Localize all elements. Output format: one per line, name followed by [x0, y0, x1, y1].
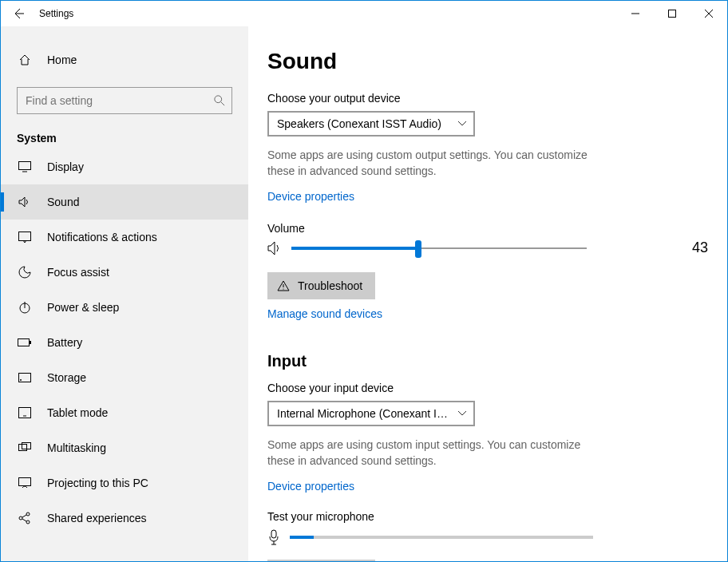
sidebar-item-label: Projecting to this PC [47, 477, 148, 489]
svg-rect-17 [19, 445, 27, 451]
microphone-icon [267, 529, 280, 545]
svg-point-26 [283, 289, 283, 290]
mic-level-fill [290, 536, 314, 539]
svg-rect-27 [271, 530, 276, 538]
sidebar-home-label: Home [47, 53, 77, 66]
sidebar-item-notifications[interactable]: Notifications & actions [1, 220, 248, 255]
output-device-dropdown[interactable]: Speakers (Conexant ISST Audio) [267, 111, 475, 137]
input-troubleshoot-button[interactable]: Troubleshoot [267, 560, 375, 561]
sidebar-item-power-sleep[interactable]: Power & sleep [1, 290, 248, 325]
back-arrow-icon [12, 7, 25, 20]
svg-line-23 [22, 515, 26, 517]
projecting-icon [17, 477, 33, 489]
sidebar-item-sound[interactable]: Sound [1, 184, 248, 220]
output-troubleshoot-button[interactable]: Troubleshoot [267, 272, 375, 299]
volume-value: 43 [692, 239, 708, 256]
speaker-icon [267, 241, 283, 255]
sidebar-item-label: Tablet mode [47, 406, 108, 419]
titlebar: Settings [1, 1, 727, 26]
multitasking-icon [17, 442, 33, 453]
sidebar-item-storage[interactable]: Storage [1, 360, 248, 395]
sidebar-item-display[interactable]: Display [1, 149, 248, 184]
svg-point-21 [26, 513, 30, 516]
svg-point-20 [19, 516, 22, 520]
input-choose-label: Choose your input device [267, 382, 708, 394]
search-input[interactable] [24, 93, 214, 108]
home-icon [17, 53, 33, 66]
sidebar-item-shared-experiences[interactable]: Shared experiences [1, 501, 248, 536]
shared-icon [17, 512, 33, 524]
sidebar-item-label: Notifications & actions [47, 231, 157, 243]
input-device-properties-link[interactable]: Device properties [267, 480, 354, 493]
sidebar-item-projecting[interactable]: Projecting to this PC [1, 465, 248, 501]
volume-slider-fill [291, 247, 418, 250]
svg-line-5 [221, 102, 224, 105]
input-device-selected: Internal Microphone (Conexant ISST… [277, 407, 453, 420]
volume-slider[interactable] [291, 247, 587, 249]
tablet-icon [17, 407, 33, 418]
notifications-icon [17, 232, 33, 243]
sidebar: Home System Display [1, 26, 248, 561]
sidebar-item-label: Storage [47, 371, 86, 384]
volume-slider-thumb[interactable] [415, 240, 421, 258]
input-helper-text: Some apps are using custom input setting… [267, 437, 611, 469]
output-device-properties-link[interactable]: Device properties [267, 190, 354, 203]
input-heading: Input [267, 352, 708, 370]
back-button[interactable] [1, 1, 36, 26]
svg-point-14 [20, 379, 22, 381]
output-device-selected: Speakers (Conexant ISST Audio) [277, 117, 441, 130]
svg-rect-19 [19, 478, 31, 486]
sidebar-item-label: Power & sleep [47, 301, 119, 314]
settings-window: Settings Home [0, 0, 728, 562]
minimize-button[interactable] [617, 1, 654, 26]
sidebar-item-label: Focus assist [47, 266, 109, 279]
maximize-button[interactable] [654, 1, 690, 26]
svg-line-24 [22, 519, 26, 521]
power-icon [17, 301, 33, 314]
sidebar-item-battery[interactable]: Battery [1, 325, 248, 360]
input-device-dropdown[interactable]: Internal Microphone (Conexant ISST… [267, 401, 475, 426]
page-title: Sound [267, 49, 708, 74]
sidebar-item-multitasking[interactable]: Multitasking [1, 430, 248, 465]
sidebar-item-focus-assist[interactable]: Focus assist [1, 255, 248, 290]
sidebar-category: System [1, 121, 248, 149]
output-helper-text: Some apps are using custom output settin… [267, 148, 611, 179]
search-box[interactable] [17, 87, 232, 114]
sound-icon [17, 196, 33, 208]
search-icon [214, 95, 225, 106]
sidebar-item-label: Sound [47, 196, 79, 208]
svg-point-4 [215, 96, 222, 103]
maximize-icon [668, 10, 676, 18]
window-controls [617, 1, 727, 26]
sidebar-item-label: Display [47, 160, 84, 173]
chevron-down-icon [457, 410, 467, 417]
storage-icon [17, 373, 33, 382]
main-content: Sound Choose your output device Speakers… [248, 26, 727, 561]
battery-icon [17, 338, 33, 347]
minimize-icon [631, 10, 639, 18]
display-icon [17, 161, 33, 172]
window-title: Settings [36, 8, 73, 19]
close-button[interactable] [690, 1, 727, 26]
focus-assist-icon [17, 266, 33, 279]
sidebar-item-label: Shared experiences [47, 512, 147, 524]
svg-rect-12 [30, 341, 31, 344]
svg-rect-6 [19, 162, 31, 170]
svg-rect-15 [19, 408, 31, 418]
test-mic-label: Test your microphone [267, 510, 708, 523]
sidebar-item-label: Multitasking [47, 441, 106, 454]
sidebar-item-label: Battery [47, 336, 82, 349]
troubleshoot-label: Troubleshoot [298, 279, 362, 292]
close-icon [705, 10, 713, 18]
chevron-down-icon [457, 121, 467, 127]
sidebar-home[interactable]: Home [1, 42, 248, 77]
manage-sound-devices-link[interactable]: Manage sound devices [267, 307, 382, 320]
warning-icon [277, 280, 290, 291]
volume-label: Volume [267, 222, 708, 235]
sidebar-item-tablet-mode[interactable]: Tablet mode [1, 395, 248, 430]
svg-point-22 [26, 520, 30, 524]
svg-rect-8 [19, 232, 31, 241]
mic-level-meter [290, 536, 593, 539]
output-choose-label: Choose your output device [267, 92, 708, 105]
svg-rect-1 [669, 10, 676, 18]
